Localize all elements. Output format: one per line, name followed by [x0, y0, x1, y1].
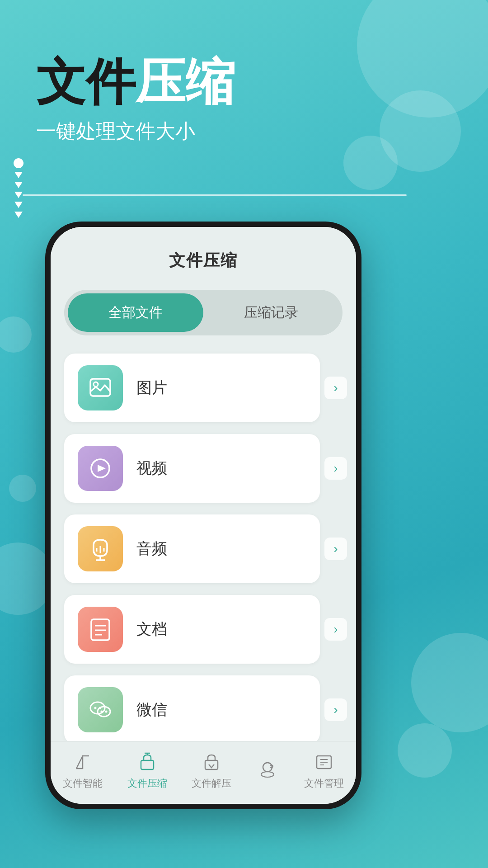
nav-item-decompress[interactable]: 文件解压	[192, 750, 231, 790]
svg-point-16	[99, 707, 101, 709]
video-icon	[87, 455, 114, 482]
nav-icon-settings	[312, 750, 336, 774]
nav-icon-decompress	[200, 750, 223, 774]
svg-point-27	[261, 772, 274, 777]
nav-item-main[interactable]: 文件压缩	[127, 750, 167, 790]
nav-label-decompress: 文件解压	[192, 777, 231, 790]
svg-rect-22	[141, 760, 154, 769]
page-title: 文件压缩	[36, 54, 452, 109]
nav-icon-main	[136, 750, 159, 774]
file-list: 图片 › 视频 ›	[51, 344, 356, 741]
file-icon-wechat	[78, 687, 123, 732]
triangle-3	[14, 192, 23, 198]
title-part-white: 压缩	[136, 54, 235, 109]
wechat-icon	[87, 696, 114, 723]
svg-point-15	[94, 707, 97, 709]
title-part-black: 文件	[36, 54, 136, 109]
file-icon-audio	[78, 526, 123, 571]
chevron-image: ›	[324, 377, 347, 399]
nav-icon-duck	[256, 757, 279, 781]
nav-item-compress[interactable]: 文件智能	[63, 750, 103, 790]
triangle-1	[14, 172, 23, 178]
chevron-doc: ›	[324, 618, 347, 641]
chevron-wechat: ›	[324, 698, 347, 721]
dot-1	[14, 158, 23, 168]
file-name-audio: 音频	[136, 538, 167, 559]
file-name-doc: 文档	[136, 619, 167, 640]
file-name-wechat: 微信	[136, 699, 167, 720]
file-item-image[interactable]: 图片	[64, 354, 320, 422]
file-icon-image	[78, 365, 123, 410]
header-divider	[23, 194, 407, 196]
triangle-5	[14, 212, 23, 218]
list-item[interactable]: 文档 ›	[51, 590, 356, 668]
file-item-doc[interactable]: 文档	[64, 595, 320, 664]
app-header: 文件压缩	[51, 227, 356, 281]
nav-item-duck[interactable]	[256, 757, 279, 783]
svg-point-18	[105, 711, 108, 713]
triangle-2	[14, 182, 23, 188]
tab-all-files[interactable]: 全部文件	[68, 293, 203, 332]
page-header: 文件压缩 一键处理文件大小	[0, 0, 488, 145]
list-item[interactable]: 音频 ›	[51, 510, 356, 588]
nav-label-main: 文件压缩	[127, 777, 167, 790]
nav-icon-compress	[71, 750, 94, 774]
svg-point-1	[94, 382, 98, 387]
left-decoration	[14, 158, 23, 218]
file-item-wechat[interactable]: 微信	[64, 675, 320, 741]
bg-decoration-8	[9, 475, 36, 502]
file-icon-doc	[78, 607, 123, 652]
file-item-audio[interactable]: 音频	[64, 514, 320, 583]
chevron-video: ›	[324, 457, 347, 480]
file-name-video: 视频	[136, 458, 167, 479]
nav-label-settings: 文件管理	[304, 777, 344, 790]
image-icon	[87, 374, 114, 401]
file-item-video[interactable]: 视频	[64, 434, 320, 503]
svg-marker-3	[98, 465, 106, 472]
phone-mockup: 文件压缩 全部文件 压缩记录	[45, 222, 361, 809]
phone-screen: 文件压缩 全部文件 压缩记录	[51, 227, 356, 804]
app-title: 文件压缩	[69, 250, 338, 272]
triangle-4	[14, 202, 23, 208]
bottom-navigation: 文件智能 文件压缩	[51, 741, 356, 804]
bg-decoration-4	[0, 316, 32, 353]
file-icon-video	[78, 446, 123, 491]
list-item[interactable]: 微信 ›	[51, 671, 356, 741]
doc-icon	[87, 616, 114, 643]
list-item[interactable]: 视频 ›	[51, 429, 356, 507]
nav-label-compress: 文件智能	[63, 777, 103, 790]
page-subtitle: 一键处理文件大小	[36, 118, 452, 145]
bg-decoration-7	[398, 723, 452, 778]
svg-point-17	[101, 711, 103, 713]
audio-icon	[87, 535, 114, 562]
chevron-audio: ›	[324, 538, 347, 560]
file-name-image: 图片	[136, 377, 167, 398]
nav-item-settings[interactable]: 文件管理	[304, 750, 344, 790]
bg-decoration-6	[411, 633, 488, 732]
list-item[interactable]: 图片 ›	[51, 349, 356, 427]
tab-bar: 全部文件 压缩记录	[64, 290, 343, 335]
tab-history[interactable]: 压缩记录	[203, 293, 339, 332]
